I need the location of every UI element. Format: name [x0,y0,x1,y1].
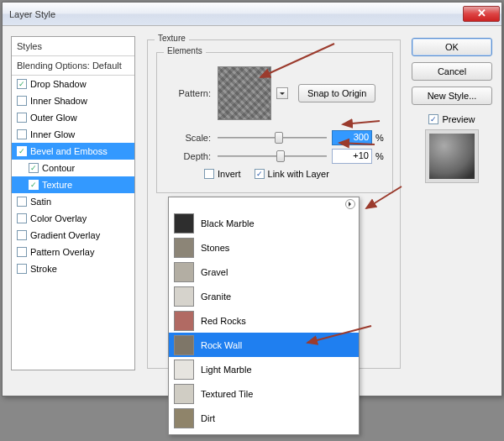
pattern-option-label: Dirt [201,413,215,423]
sidebar-item-label: Satin [30,197,51,207]
titlebar: Layer Style ✕ [3,3,501,26]
pattern-option-textured-tile[interactable]: Textured Tile [169,381,359,406]
pattern-label: Pattern: [164,88,211,98]
elements-group: Elements Pattern: Snap to Origin Scale: … [156,52,393,193]
invert-checkbox[interactable] [204,169,214,179]
sidebar-checkbox[interactable]: ✓ [29,163,39,173]
pattern-option-label: Rock Wall [201,340,242,350]
pattern-option-dirt[interactable]: Dirt [169,406,359,430]
pattern-option-stones[interactable]: Stones [169,235,359,260]
window-title: Layer Style [9,9,463,19]
pattern-option-label: Red Rocks [201,316,246,326]
pattern-option-rock-wall[interactable]: Rock Wall [169,333,359,357]
pattern-dropdown-list[interactable]: Black MarbleStonesGravelGraniteRed Rocks… [168,197,360,435]
depth-slider[interactable] [218,150,327,163]
snap-to-origin-button[interactable]: Snap to Origin [298,84,375,102]
link-with-layer-checkbox[interactable]: ✓ [255,169,265,179]
pattern-swatch[interactable] [218,66,271,120]
scale-input[interactable]: 300 [332,130,372,145]
sidebar-item-label: Stroke [30,264,57,274]
pattern-option-label: Textured Tile [201,389,253,399]
sidebar-item-pattern-overlay[interactable]: Pattern Overlay [12,244,134,260]
scale-slider[interactable] [218,131,327,144]
sidebar-item-outer-glow[interactable]: Outer Glow [12,109,134,126]
pattern-dropdown-button[interactable] [276,87,288,99]
sidebar-item-label: Pattern Overlay [30,247,94,257]
sidebar-checkbox[interactable] [17,129,27,139]
sidebar-header-blending[interactable]: Blending Options: Default [12,56,134,76]
pattern-option-light-marble[interactable]: Light Marble [169,357,359,381]
sidebar-checkbox[interactable] [17,213,27,223]
sidebar-checkbox[interactable] [17,113,27,123]
pattern-option-label: Light Marble [201,365,252,375]
pattern-option-label: Stones [201,243,229,253]
right-column: OK Cancel New Style... ✓ Preview [412,38,492,183]
sidebar-item-satin[interactable]: Satin [12,193,134,210]
scale-unit: % [375,133,384,143]
scale-label: Scale: [164,133,211,143]
sidebar-item-stroke[interactable]: Stroke [12,260,134,277]
sidebar-header-styles[interactable]: Styles [12,37,134,56]
pattern-option-swatch [174,238,194,258]
depth-label: Depth: [164,151,211,161]
sidebar-item-label: Bevel and Emboss [30,146,108,156]
sidebar-item-inner-glow[interactable]: Inner Glow [12,126,134,143]
pattern-option-black-marble[interactable]: Black Marble [169,211,359,235]
pattern-option-swatch [174,335,194,355]
pattern-option-swatch [174,408,194,428]
sidebar-checkbox[interactable]: ✓ [17,79,27,89]
pattern-option-gravel[interactable]: Gravel [169,260,359,284]
pattern-option-label: Gravel [201,267,228,277]
sidebar-item-label: Color Overlay [30,213,87,223]
ok-button[interactable]: OK [412,38,492,56]
sidebar-item-label: Inner Glow [30,129,75,139]
pattern-option-swatch [174,286,194,307]
new-style-button[interactable]: New Style... [412,87,492,105]
close-button[interactable]: ✕ [463,6,500,22]
sidebar-item-gradient-overlay[interactable]: Gradient Overlay [12,227,134,244]
sidebar-item-bevel-and-emboss[interactable]: ✓Bevel and Emboss [12,143,134,160]
depth-unit: % [375,151,384,161]
sidebar-checkbox[interactable] [17,264,27,274]
pattern-option-swatch [174,311,194,331]
preview-swatch [425,129,479,183]
sidebar-item-label: Gradient Overlay [30,230,100,240]
sidebar-checkbox[interactable] [17,247,27,257]
sidebar-item-inner-shadow[interactable]: Inner Shadow [12,92,134,109]
link-with-layer-label: Link with Layer [268,169,329,179]
pattern-option-granite[interactable]: Granite [169,284,359,308]
preview-checkbox[interactable]: ✓ [428,114,438,124]
sidebar-item-label: Contour [42,163,75,173]
cancel-button[interactable]: Cancel [412,62,492,81]
pattern-option-swatch [174,360,194,380]
sidebar-item-label: Outer Glow [30,113,77,123]
pattern-option-swatch [174,213,194,234]
pattern-option-swatch [174,384,194,404]
sidebar-checkbox[interactable] [17,230,27,240]
pattern-option-red-rocks[interactable]: Red Rocks [169,308,359,333]
elements-group-label: Elements [164,46,206,55]
pattern-option-swatch [174,262,194,282]
sidebar-checkbox[interactable]: ✓ [17,146,27,156]
dropdown-menu-arrow-icon[interactable] [345,199,355,209]
sidebar-item-label: Inner Shadow [30,96,87,106]
sidebar-checkbox[interactable] [17,197,27,207]
sidebar-item-label: Texture [42,180,72,190]
depth-input[interactable]: +10 [332,149,372,164]
sidebar-item-label: Drop Shadow [30,79,87,89]
sidebar-item-drop-shadow[interactable]: ✓Drop Shadow [12,76,134,92]
sidebar-item-contour[interactable]: ✓Contour [12,160,134,176]
sidebar-checkbox[interactable] [17,96,27,106]
invert-label: Invert [218,169,241,179]
styles-sidebar: Styles Blending Options: Default ✓Drop S… [11,36,135,370]
sidebar-checkbox[interactable]: ✓ [29,180,39,190]
sidebar-item-color-overlay[interactable]: Color Overlay [12,210,134,227]
sidebar-item-texture[interactable]: ✓Texture [12,176,134,193]
texture-group-label: Texture [155,34,189,43]
pattern-option-label: Granite [201,291,231,302]
pattern-option-label: Black Marble [201,218,255,228]
preview-label: Preview [442,114,475,124]
